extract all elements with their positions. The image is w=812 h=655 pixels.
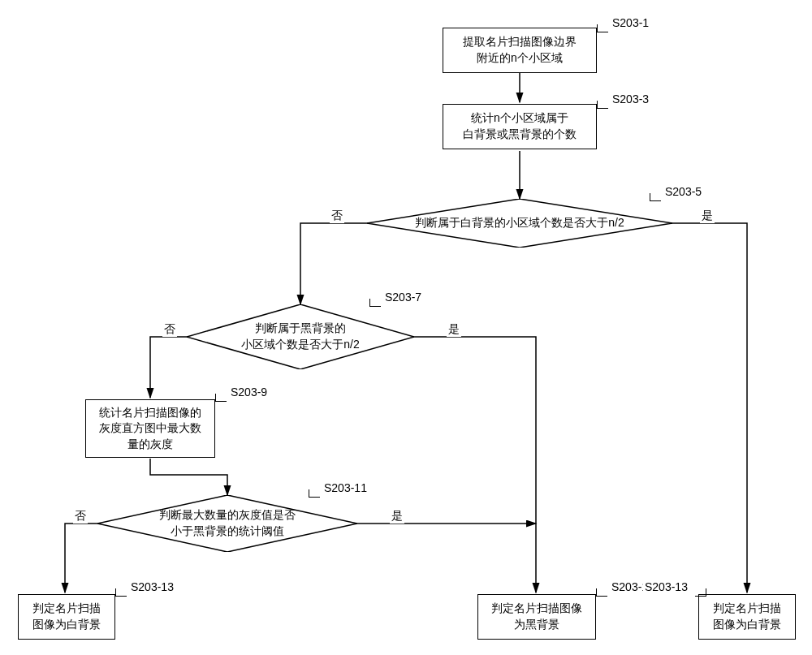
tag-line — [215, 394, 227, 402]
edge-yes: 是 — [390, 509, 404, 524]
svg-marker-0 — [367, 199, 672, 248]
tag-line — [369, 299, 381, 307]
step-label-s203-7: S203-7 — [383, 291, 423, 304]
step-text: 统计n个小区域属于白背景或黑背景的个数 — [463, 110, 577, 142]
svg-marker-2 — [97, 495, 357, 552]
tag-line — [309, 489, 320, 498]
step-s203-1: 提取名片扫描图像边界附近的n个小区域 — [443, 28, 597, 73]
edge-yes: 是 — [447, 322, 461, 337]
step-text: 统计名片扫描图像的灰度直方图中最大数量的灰度 — [99, 405, 201, 453]
step-label-s203-13-right: S203-13 — [643, 580, 689, 593]
step-text: 提取名片扫描图像边界附近的n个小区域 — [463, 34, 577, 66]
edge-no: 否 — [73, 509, 88, 524]
tag-line — [597, 24, 608, 32]
step-label-s203-13: S203-13 — [129, 580, 175, 593]
tag-line — [596, 588, 607, 597]
step-text: 判定名片扫描图像为黑背景 — [491, 601, 582, 632]
step-label-s203-5: S203-5 — [663, 185, 703, 198]
decision-s203-7: 判断属于黑背景的小区域个数是否大于n/2 — [187, 304, 414, 369]
tag-line — [695, 588, 706, 597]
step-s203-15: 判定名片扫描图像为黑背景 — [477, 594, 596, 640]
step-s203-13-left: 判定名片扫描图像为白背景 — [18, 594, 115, 640]
step-label-s203-1: S203-1 — [611, 16, 650, 29]
step-s203-9: 统计名片扫描图像的灰度直方图中最大数量的灰度 — [85, 399, 215, 458]
tag-line — [650, 193, 661, 201]
step-label-s203-11: S203-11 — [322, 481, 369, 494]
step-label-s203-3: S203-3 — [611, 93, 650, 106]
step-s203-3: 统计n个小区域属于白背景或黑背景的个数 — [443, 104, 597, 149]
step-text: 判定名片扫描图像为白背景 — [713, 601, 781, 632]
edge-no: 否 — [330, 209, 344, 223]
edge-yes: 是 — [700, 209, 715, 223]
step-text: 判定名片扫描图像为白背景 — [32, 601, 101, 632]
tag-line — [597, 101, 608, 109]
tag-line — [115, 588, 127, 597]
step-label-s203-9: S203-9 — [229, 386, 269, 399]
decision-s203-5: 判断属于白背景的小区域个数是否大于n/2 — [367, 199, 672, 248]
edge-no: 否 — [162, 322, 177, 337]
step-s203-13-right: 判定名片扫描图像为白背景 — [698, 594, 796, 640]
decision-s203-11: 判断最大数量的灰度值是否小于黑背景的统计阈值 — [97, 495, 357, 552]
svg-marker-1 — [187, 304, 414, 369]
